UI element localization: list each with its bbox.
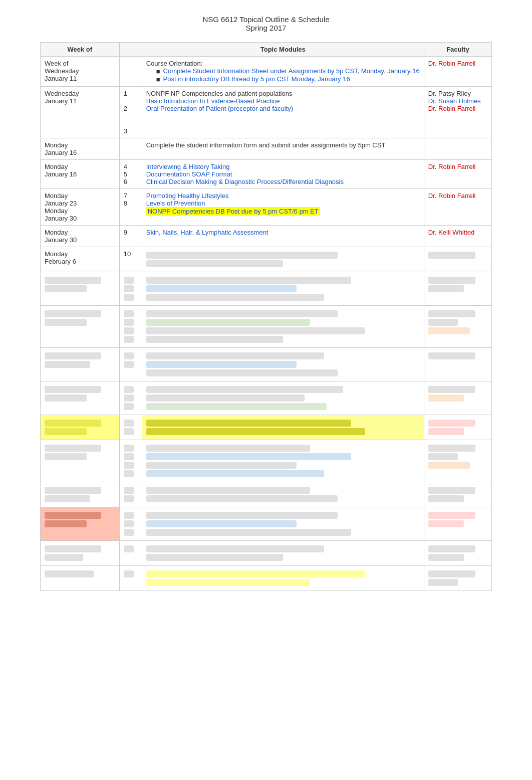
topic-line: Documentation SOAP Format [146,170,420,178]
blurred-content [124,487,134,494]
blurred-content [428,428,464,435]
topic-cell: Interviewing & History Taking Documentat… [142,160,424,189]
blurred-content [45,554,83,561]
blurred-content [146,470,324,477]
num-cell [119,507,142,541]
faculty-cell [424,440,491,482]
week-cell: MondayJanuary 30 [41,226,120,247]
blurred-content [146,294,324,301]
blurred-content [146,285,297,292]
blurred-content [146,453,352,460]
blurred-content [124,327,134,334]
blurred-content [428,386,476,393]
blurred-content [146,420,352,427]
week-cell: MondayJanuary 16 [41,160,120,189]
highlighted-topic: NONPF Competencies DB Post due by 5 pm C… [146,207,320,216]
blurred-content [428,520,464,527]
blurred-content [124,570,134,577]
topic-cell [142,507,424,541]
blurred-content [428,420,476,427]
blurred-content [124,445,134,452]
blurred-content [124,352,134,359]
table-row: WednesdayJanuary 11 123 NONPF NP Compete… [41,87,492,138]
blurred-content [428,487,476,494]
faculty-cell: Dr. Kelli Whitted [424,226,491,247]
blurred-content [428,277,476,284]
week-cell [41,272,120,306]
blurred-content [146,428,365,435]
topic-cell [142,415,424,440]
header-week: Week of [41,43,120,57]
blurred-content [124,520,134,527]
blurred-content [428,252,476,259]
header-num [119,43,142,57]
blurred-content [146,445,311,452]
blurred-content [45,319,87,326]
blurred-content [45,352,101,359]
schedule-table: Week of Topic Modules Faculty Week ofWed… [40,42,492,591]
topic-cell [142,381,424,415]
topic-cell [142,566,424,591]
week-cell [41,566,120,591]
blurred-content [428,395,464,402]
num-cell: 78 [119,189,142,226]
faculty-cell [424,381,491,415]
week-cell [41,482,120,507]
blurred-content [124,395,134,402]
blurred-content [146,495,338,502]
blurred-content [124,285,134,292]
blurred-content [146,529,352,536]
num-cell [119,306,142,348]
sub-item-text: Complete Student Information Sheet under… [163,67,420,75]
blurred-content [124,319,134,326]
blurred-content [124,361,134,368]
num-cell [119,415,142,440]
topic-cell [142,440,424,482]
topic-line: Interviewing & History Taking [146,163,420,170]
table-row: Week ofWednesdayJanuary 11 Course Orient… [41,57,492,87]
blurred-content [428,445,476,452]
topic-cell: Course Orientation: ■ Complete Student I… [142,57,424,87]
num-cell [119,482,142,507]
blurred-content [428,352,476,359]
header-topic: Topic Modules [142,43,424,57]
table-row [41,440,492,482]
blurred-content [45,545,101,552]
blurred-content [45,512,101,519]
faculty-cell: Dr. Robin Farrell [424,160,491,189]
topic-cell [142,247,424,272]
blurred-content [45,361,90,368]
topic-cell: Skin, Nails, Hair, & Lymphatic Assessmen… [142,226,424,247]
bullet-icon: ■ [156,68,160,75]
num-cell: 10 [119,247,142,272]
blurred-content [428,285,464,292]
faculty-cell [424,348,491,381]
blurred-content [124,310,134,317]
blurred-content [146,369,338,376]
num-cell: 123 [119,87,142,138]
num-cell: 456 [119,160,142,189]
week-cell: MondayFebruary 6 [41,247,120,272]
num-cell [119,272,142,306]
table-row [41,507,492,541]
topic-line: Clinical Decision Making & Diagnostic Pr… [146,178,420,185]
week-cell [41,415,120,440]
blurred-content [146,352,324,359]
num-cell [119,566,142,591]
topic-details: ■ Complete Student Information Sheet und… [146,67,420,83]
table-row [41,541,492,566]
table-row [41,415,492,440]
blurred-content [45,495,90,502]
blurred-content [45,386,101,393]
topic-cell [142,306,424,348]
blurred-content [45,285,87,292]
week-cell: WednesdayJanuary 11 [41,87,120,138]
blurred-content [45,420,101,427]
blurred-content [146,361,297,368]
blurred-content [146,554,283,561]
blurred-content [124,428,134,435]
topic-cell: Complete the student information form an… [142,138,424,160]
faculty-cell [424,138,491,160]
num-cell [119,541,142,566]
table-row [41,381,492,415]
